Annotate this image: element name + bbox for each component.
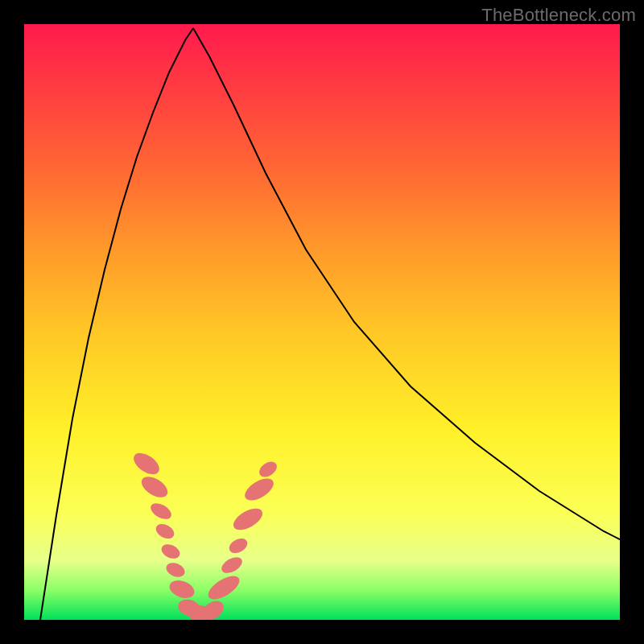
marker-10 <box>204 572 243 604</box>
watermark-text: TheBottleneck.com <box>481 5 636 26</box>
marker-11 <box>219 554 245 576</box>
marker-4 <box>159 542 183 562</box>
markers-group <box>130 448 280 620</box>
right-curve-path <box>193 28 620 539</box>
marker-2 <box>148 500 174 522</box>
chart-svg <box>24 24 620 620</box>
marker-5 <box>164 560 187 580</box>
marker-1 <box>138 473 171 502</box>
marker-13 <box>230 504 266 534</box>
marker-15 <box>257 459 280 481</box>
marker-0 <box>130 448 163 478</box>
marker-12 <box>227 535 250 555</box>
marker-14 <box>242 474 278 505</box>
marker-6 <box>167 577 197 601</box>
marker-3 <box>154 521 177 541</box>
